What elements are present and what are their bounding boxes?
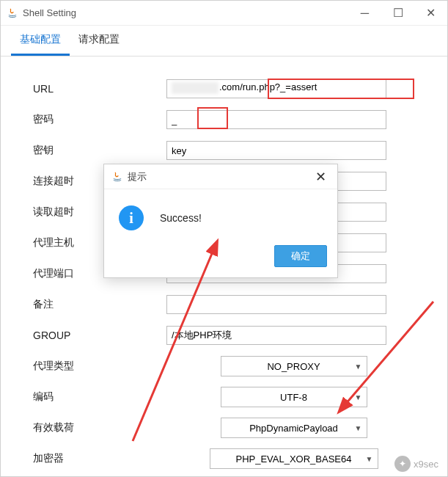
encoding-select[interactable]: UTF-8▼ [221, 387, 367, 407]
info-icon: i [119, 205, 144, 230]
chevron-down-icon: ▼ [355, 363, 362, 371]
minimize-button[interactable]: ─ [348, 2, 381, 24]
java-icon [111, 171, 123, 183]
payload-select[interactable]: PhpDynamicPayload▼ [221, 418, 367, 438]
prompt-dialog: 提示 ✕ i Success! 确定 [103, 164, 338, 278]
dialog-titlebar: 提示 ✕ [104, 164, 337, 189]
tabs: 基础配置 请求配置 [1, 26, 447, 57]
tab-request[interactable]: 请求配置 [70, 26, 128, 56]
label-encoding: 编码 [27, 390, 166, 404]
maximize-button[interactable]: ☐ [381, 2, 414, 24]
window-title: Shell Setting [23, 7, 348, 18]
dialog-message: Success! [160, 212, 202, 224]
label-password: 密码 [27, 113, 166, 126]
label-payload: 有效载荷 [27, 421, 166, 434]
label-url: URL [27, 83, 166, 95]
label-encryptor: 加密器 [27, 452, 166, 465]
dialog-footer: 确定 [104, 238, 337, 277]
label-secret: 密钥 [27, 144, 166, 157]
window-controls: ─ ☐ ✕ [348, 2, 447, 24]
remark-input[interactable] [166, 295, 386, 314]
chevron-down-icon: ▼ [366, 455, 373, 463]
watermark-text: x9sec [414, 459, 438, 470]
proxy-type-select[interactable]: NO_PROXY▼ [221, 356, 367, 376]
close-button[interactable]: ✕ [414, 2, 447, 24]
url-value: .com/run.php?_=assert [219, 81, 317, 92]
dialog-body: i Success! [104, 189, 337, 238]
dialog-title: 提示 [128, 170, 311, 183]
group-input[interactable] [166, 326, 386, 345]
password-input[interactable] [166, 110, 386, 129]
chevron-down-icon: ▼ [355, 424, 362, 432]
java-icon [7, 7, 18, 19]
watermark-icon: ✦ [394, 456, 411, 472]
label-proxy-type: 代理类型 [27, 360, 166, 373]
titlebar: Shell Setting ─ ☐ ✕ [1, 1, 447, 26]
label-group: GROUP [27, 329, 166, 341]
label-remark: 备注 [27, 298, 166, 311]
dialog-close-button[interactable]: ✕ [311, 169, 330, 185]
chevron-down-icon: ▼ [355, 393, 362, 401]
tab-basic[interactable]: 基础配置 [11, 26, 70, 56]
watermark: ✦ x9sec [394, 456, 438, 472]
dialog-ok-button[interactable]: 确定 [274, 245, 327, 267]
url-input[interactable]: .com/run.php?_=assert [166, 79, 386, 98]
encryptor-select[interactable]: PHP_EVAL_XOR_BASE64▼ [210, 448, 378, 469]
shell-setting-window: Shell Setting ─ ☐ ✕ 基础配置 请求配置 URL .com/r… [0, 0, 448, 477]
secret-input[interactable] [166, 141, 386, 160]
